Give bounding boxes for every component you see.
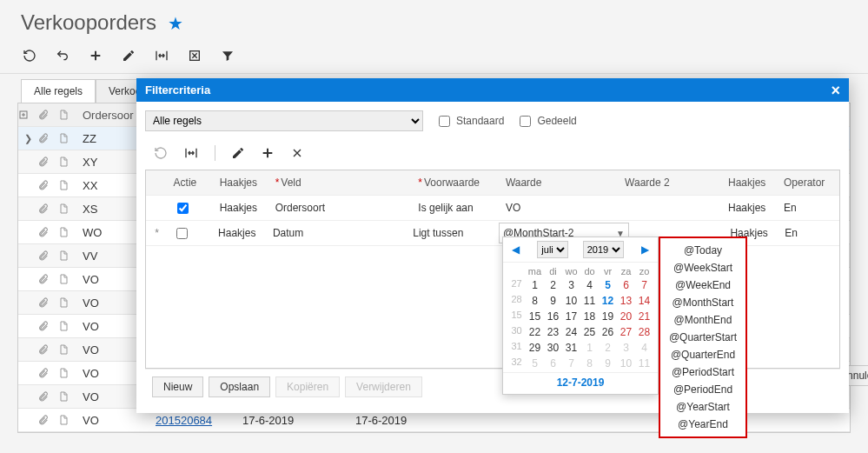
cell-haakjes2[interactable]: Haakjes [728,202,784,214]
document-icon[interactable] [58,226,79,238]
new-button[interactable]: Nieuw [152,376,203,397]
calendar-day[interactable]: 9 [545,294,561,308]
attachment-icon[interactable] [37,321,58,332]
calendar-day[interactable]: 9 [600,356,616,370]
calendar-day[interactable]: 3 [618,341,634,355]
date-token[interactable]: @YearEnd [660,416,745,433]
calendar-day[interactable]: 11 [636,356,653,370]
document-icon[interactable] [58,414,79,426]
actie-checkbox[interactable] [168,225,218,242]
rule-set-select[interactable]: Alle regels [145,110,423,131]
dialog-close-icon[interactable]: × [831,84,840,97]
prev-month-icon[interactable]: ◀ [508,243,523,256]
calendar-day[interactable]: 10 [563,294,580,308]
calendar-day[interactable]: 11 [581,294,598,308]
calendar-day[interactable]: 14 [636,294,653,308]
date-token[interactable]: @PeriodStart [660,363,745,381]
document-icon[interactable] [58,250,79,262]
calendar-day[interactable]: 2 [600,341,616,355]
calendar-day[interactable]: 19 [600,310,616,323]
tab-all-rules[interactable]: Alle regels [21,79,96,103]
attachment-icon[interactable] [37,368,58,379]
attachment-icon[interactable] [37,344,58,356]
hdr-actie[interactable]: Actie [169,177,220,189]
calendar-day[interactable]: 30 [545,341,561,355]
edit-icon[interactable] [120,47,137,64]
calendar-day[interactable]: 10 [618,356,634,370]
attachment-icon[interactable] [37,227,58,238]
date-token[interactable]: @PeriodEnd [660,381,745,398]
hdr-haakjes2[interactable]: Haakjes [728,177,784,189]
calendar-day[interactable]: 5 [527,356,543,370]
document-icon[interactable] [58,320,79,332]
cell-veld[interactable]: Datum [273,227,413,239]
calendar-day[interactable]: 12 [600,294,616,308]
attachment-icon[interactable] [37,250,58,262]
dlg-fit-icon[interactable] [183,146,199,160]
calendar-day[interactable]: 5 [600,278,616,292]
attachment-icon[interactable] [37,274,58,285]
undo-icon[interactable] [54,47,71,64]
calendar-day[interactable]: 6 [618,278,634,292]
document-icon[interactable] [58,179,79,191]
calendar-day[interactable]: 2 [545,278,561,292]
cell-voorwaarde[interactable]: Ligt tussen [413,227,499,239]
standard-checkbox[interactable]: Standaard [435,113,504,130]
attachment-icon[interactable] [37,297,58,309]
dlg-add-icon[interactable] [261,146,275,160]
dialog-titlebar[interactable]: Filtercriteria × [136,78,849,102]
calendar-day[interactable]: 3 [563,278,580,292]
shared-checkbox-input[interactable] [520,116,531,127]
calendar-day[interactable]: 7 [636,278,653,292]
attachment-icon[interactable] [37,133,58,144]
date-token[interactable]: @YearStart [660,398,745,416]
attachment-icon[interactable] [37,415,58,426]
calendar-day[interactable]: 1 [581,341,598,355]
calendar-day[interactable]: 20 [618,310,634,323]
document-icon[interactable] [58,367,79,379]
save-button[interactable]: Opslaan [209,376,270,397]
cell-haakjes[interactable]: Haakjes [220,202,275,214]
calendar-day[interactable]: 13 [618,294,634,308]
dlg-edit-icon[interactable] [231,146,245,160]
filter-icon[interactable] [219,47,236,64]
date-token[interactable]: @WeekStart [660,259,745,276]
calendar-day[interactable]: 17 [563,310,580,323]
cell-veld[interactable]: Ordersoort [275,202,419,214]
actie-checkbox[interactable] [169,200,220,217]
criteria-row[interactable]: HaakjesOrdersoortIs gelijk aanVOHaakjesE… [146,196,839,221]
hdr-waarde2[interactable]: Waarde 2 [625,177,728,189]
calendar-day[interactable]: 7 [563,356,580,370]
hdr-voorwaarde[interactable]: Voorwaarde [418,177,506,189]
row-expander-icon[interactable]: ❯ [18,133,37,144]
calendar-day[interactable]: 15 [527,310,543,323]
cell-haakjes[interactable]: Haakjes [218,227,273,239]
document-icon[interactable] [58,390,79,403]
favorite-star-icon[interactable]: ★ [168,14,183,33]
dlg-reload-icon[interactable] [154,146,168,160]
hdr-waarde[interactable]: Waarde [506,177,625,189]
calendar-day[interactable]: 31 [563,341,580,355]
calendar-day[interactable]: 25 [581,325,598,339]
date-token[interactable]: @Today [660,242,745,259]
document-icon[interactable] [58,203,79,215]
calendar-day[interactable]: 27 [618,325,634,339]
hdr-operator[interactable]: Operator [784,177,839,189]
dlg-delete-icon[interactable] [290,146,304,160]
date-token[interactable]: @WeekEnd [660,276,745,294]
calendar-day[interactable]: 4 [636,341,653,355]
document-icon[interactable] [58,132,79,144]
document-icon[interactable] [58,156,79,168]
cell-ordernr[interactable]: 201520684 [152,414,242,427]
document-icon[interactable] [58,343,79,356]
calendar-day[interactable]: 1 [527,278,543,292]
calendar-day[interactable]: 21 [636,310,653,323]
document-icon[interactable] [58,273,79,285]
attachment-icon[interactable] [37,203,58,215]
calendar-day[interactable]: 16 [545,310,561,323]
calendar-day[interactable]: 8 [527,294,543,308]
calendar-day[interactable]: 24 [563,325,580,339]
calendar-day[interactable]: 18 [581,310,598,323]
attachment-icon[interactable] [37,180,58,191]
shared-checkbox[interactable]: Gedeeld [516,113,576,130]
